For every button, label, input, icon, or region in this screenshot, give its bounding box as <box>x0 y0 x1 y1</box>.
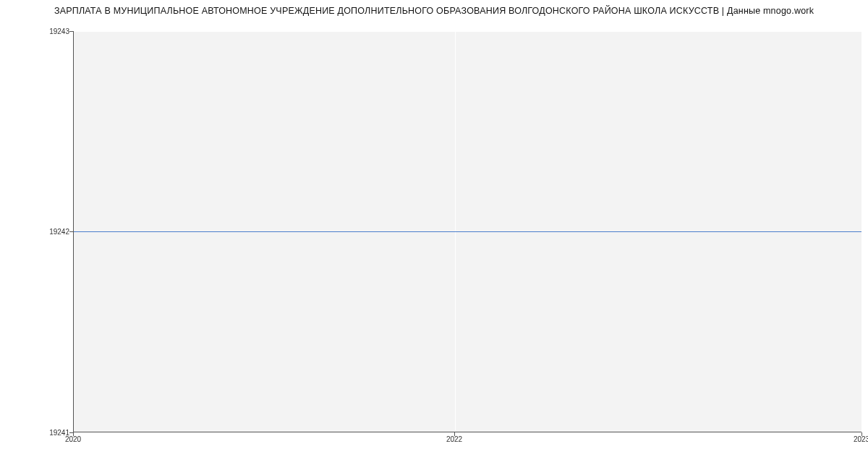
salary-series-line <box>74 231 861 232</box>
y-tick-label: 19242 <box>26 228 69 236</box>
gridline-horizontal <box>74 31 861 32</box>
axis-tick-mark <box>861 432 862 436</box>
chart-title: ЗАРПЛАТА В МУНИЦИПАЛЬНОЕ АВТОНОМНОЕ УЧРЕ… <box>0 6 868 16</box>
x-tick-label: 2022 <box>446 435 462 443</box>
axis-tick-mark <box>454 432 455 436</box>
salary-line-chart: ЗАРПЛАТА В МУНИЦИПАЛЬНОЕ АВТОНОМНОЕ УЧРЕ… <box>0 0 868 470</box>
axis-tick-mark <box>73 432 74 436</box>
x-tick-label: 2023 <box>854 435 868 443</box>
plot-area <box>73 31 861 432</box>
y-tick-label: 19241 <box>26 429 69 437</box>
x-tick-label: 2020 <box>65 435 81 443</box>
gridline-vertical <box>861 31 862 432</box>
y-tick-label: 19243 <box>26 27 69 35</box>
